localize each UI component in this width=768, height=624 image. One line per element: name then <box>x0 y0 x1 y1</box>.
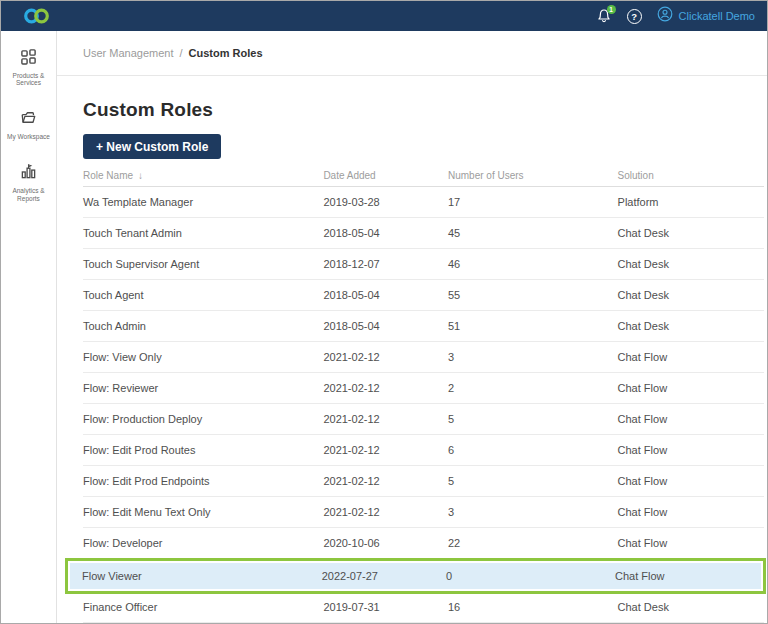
role-name-cell: Flow Viewer <box>82 570 322 582</box>
solution-cell: Chat Desk <box>618 258 764 270</box>
user-avatar-icon <box>657 6 673 26</box>
date-added-cell: 2021-02-12 <box>323 444 448 456</box>
solution-cell: Chat Flow <box>618 382 764 394</box>
roles-table-body: Wa Template Manager 2019-03-28 17 Platfo… <box>83 187 764 623</box>
number-of-users-cell: 51 <box>448 320 618 332</box>
number-of-users-cell: 3 <box>448 351 618 363</box>
date-added-cell: 2018-05-04 <box>323 227 448 239</box>
date-added-cell: 2019-07-31 <box>323 601 448 613</box>
role-name-cell: Flow: Edit Menu Text Only <box>83 506 323 518</box>
solution-cell: Chat Flow <box>618 506 764 518</box>
number-of-users-cell: 16 <box>448 601 618 613</box>
table-row[interactable]: Touch Tenant Admin 2018-05-04 45 Chat De… <box>83 218 764 249</box>
main-panel: User Management / Custom Roles Custom Ro… <box>57 31 767 623</box>
solution-cell: Chat Flow <box>618 475 764 487</box>
sidebar-item-products-services[interactable]: Products & Services <box>1 48 56 86</box>
role-name-cell: Wa Template Manager <box>83 196 323 208</box>
number-of-users-cell: 5 <box>448 413 618 425</box>
role-name-cell: Touch Agent <box>83 289 323 301</box>
date-added-cell: 2018-05-04 <box>323 289 448 301</box>
user-menu[interactable]: Clickatell Demo <box>657 6 755 26</box>
date-added-cell: 2021-02-12 <box>323 506 448 518</box>
role-name-cell: Flow: Edit Prod Endpoints <box>83 475 323 487</box>
table-row[interactable]: Flow: Reviewer 2021-02-12 2 Chat Flow <box>83 373 764 404</box>
role-name-cell: Flow: Production Deploy <box>83 413 323 425</box>
solution-cell: Platform <box>618 196 764 208</box>
solution-cell: Chat Flow <box>618 413 764 425</box>
bar-chart-icon <box>20 163 37 184</box>
table-row[interactable]: Flow: Production Deploy 2021-02-12 5 Cha… <box>83 404 764 435</box>
sidebar-item-label: Products & Services <box>1 72 56 86</box>
role-name-cell: Flow: View Only <box>83 351 323 363</box>
date-added-cell: 2021-02-12 <box>323 351 448 363</box>
number-of-users-cell: 17 <box>448 196 618 208</box>
top-navigation-bar: 1 ? Clickatell Demo <box>1 1 767 31</box>
column-header-solution[interactable]: Solution <box>618 170 764 181</box>
table-row[interactable]: Touch Agent 2018-05-04 55 Chat Desk <box>83 280 764 311</box>
date-added-cell: 2020-10-06 <box>323 537 448 549</box>
column-header-date-added[interactable]: Date Added <box>323 170 448 181</box>
table-row[interactable]: Flow Viewer 2022-07-27 0 Chat Flow <box>70 563 761 589</box>
body: Products & Services My Workspace <box>1 31 767 623</box>
solution-cell: Chat Flow <box>615 570 761 582</box>
table-header: Role Name ↓ Date Added Number of Users S… <box>83 170 764 187</box>
table-row[interactable]: Flow: Developer 2020-10-06 22 Chat Flow <box>83 528 764 559</box>
folder-icon <box>20 109 37 130</box>
new-custom-role-button[interactable]: + New Custom Role <box>83 134 221 159</box>
sidebar: Products & Services My Workspace <box>1 31 57 623</box>
date-added-cell: 2019-03-28 <box>323 196 448 208</box>
number-of-users-cell: 45 <box>448 227 618 239</box>
breadcrumb-separator: / <box>180 47 183 59</box>
help-button[interactable]: ? <box>627 9 642 24</box>
solution-cell: Chat Desk <box>618 601 764 613</box>
table-row[interactable]: Touch Admin 2018-05-04 51 Chat Desk <box>83 311 764 342</box>
role-name-cell: Touch Supervisor Agent <box>83 258 323 270</box>
number-of-users-cell: 3 <box>448 506 618 518</box>
question-mark-icon: ? <box>631 11 637 22</box>
solution-cell: Chat Flow <box>618 444 764 456</box>
role-name-cell: Touch Admin <box>83 320 323 332</box>
solution-cell: Chat Desk <box>618 289 764 301</box>
role-name-cell: Finance Officer <box>83 601 323 613</box>
clickatell-logo-icon[interactable] <box>22 7 53 25</box>
column-header-number-of-users[interactable]: Number of Users <box>448 170 618 181</box>
breadcrumb: User Management / Custom Roles <box>57 31 767 76</box>
sidebar-item-my-workspace[interactable]: My Workspace <box>1 109 56 140</box>
solution-cell: Chat Flow <box>618 351 764 363</box>
role-name-cell: Touch Tenant Admin <box>83 227 323 239</box>
number-of-users-cell: 5 <box>448 475 618 487</box>
solution-cell: Chat Desk <box>618 320 764 332</box>
date-added-cell: 2021-02-12 <box>323 413 448 425</box>
number-of-users-cell: 0 <box>446 570 615 582</box>
role-name-cell: Flow: Developer <box>83 537 323 549</box>
number-of-users-cell: 55 <box>448 289 618 301</box>
page-title: Custom Roles <box>83 99 764 121</box>
solution-cell: Chat Desk <box>618 227 764 239</box>
topbar-actions: 1 ? Clickatell Demo <box>596 6 755 26</box>
number-of-users-cell: 46 <box>448 258 618 270</box>
number-of-users-cell: 2 <box>448 382 618 394</box>
date-added-cell: 2021-02-12 <box>323 382 448 394</box>
sidebar-item-analytics-reports[interactable]: Analytics & Reports <box>1 163 56 201</box>
app-window: 1 ? Clickatell Demo <box>0 0 768 624</box>
content-area: Custom Roles + New Custom Role Role Name… <box>57 76 767 623</box>
breadcrumb-user-management[interactable]: User Management <box>83 47 174 59</box>
grid-icon <box>20 48 37 69</box>
table-row[interactable]: Touch Supervisor Agent 2018-12-07 46 Cha… <box>83 249 764 280</box>
solution-cell: Chat Flow <box>618 537 764 549</box>
table-row[interactable]: Finance Officer 2019-07-31 16 Chat Desk <box>83 592 764 623</box>
user-name-label: Clickatell Demo <box>679 10 755 22</box>
highlight-annotation: Flow Viewer 2022-07-27 0 Chat Flow <box>65 558 766 594</box>
sidebar-item-label: My Workspace <box>7 133 50 140</box>
table-row[interactable]: Flow: Edit Menu Text Only 2021-02-12 3 C… <box>83 497 764 528</box>
role-name-cell: Flow: Reviewer <box>83 382 323 394</box>
column-header-role-name[interactable]: Role Name ↓ <box>83 170 323 181</box>
table-row[interactable]: Flow: Edit Prod Endpoints 2021-02-12 5 C… <box>83 466 764 497</box>
date-added-cell: 2018-12-07 <box>323 258 448 270</box>
table-row[interactable]: Flow: Edit Prod Routes 2021-02-12 6 Chat… <box>83 435 764 466</box>
table-row[interactable]: Flow: View Only 2021-02-12 3 Chat Flow <box>83 342 764 373</box>
role-name-cell: Flow: Edit Prod Routes <box>83 444 323 456</box>
table-row[interactable]: Wa Template Manager 2019-03-28 17 Platfo… <box>83 187 764 218</box>
sort-descending-icon[interactable]: ↓ <box>138 170 143 181</box>
notifications-button[interactable]: 1 <box>596 8 612 24</box>
